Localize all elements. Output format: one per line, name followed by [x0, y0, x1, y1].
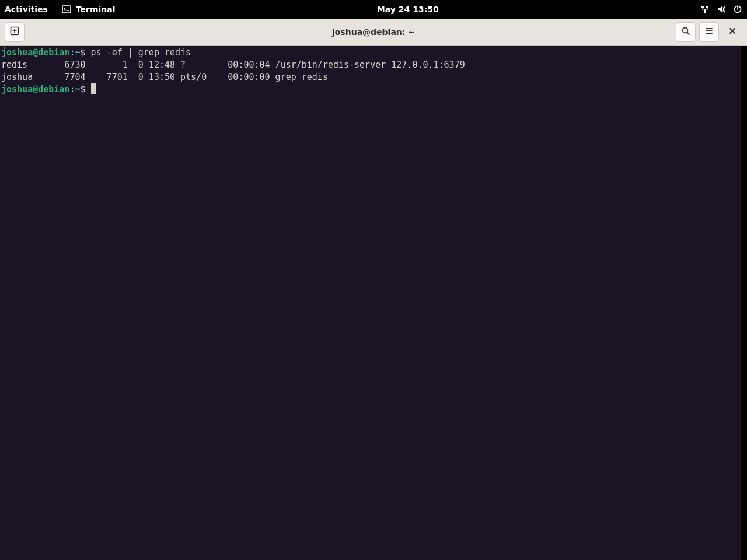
terminal-output-line: joshua 7704 7701 0 13:50 pts/0 00:00:00 … — [1, 71, 740, 83]
topbar-left: Activities Terminal — [5, 5, 116, 14]
svg-rect-1 — [701, 6, 704, 8]
topbar-status-area[interactable] — [700, 5, 742, 14]
headerbar-left — [5, 22, 25, 42]
volume-icon — [717, 5, 726, 14]
svg-rect-3 — [704, 10, 706, 13]
hamburger-icon — [704, 26, 714, 37]
close-window-button[interactable] — [722, 22, 742, 42]
prompt-dollar: $ — [80, 47, 90, 58]
svg-rect-2 — [706, 6, 708, 8]
power-icon — [733, 5, 742, 14]
terminal-prompt-line: joshua@debian:~$ ps -ef | grep redis — [1, 47, 740, 59]
terminal-prompt-line: joshua@debian:~$ — [1, 83, 740, 96]
svg-line-10 — [687, 33, 690, 35]
command-text: ps -ef | grep redis — [91, 47, 191, 58]
prompt-userhost: joshua@debian — [1, 47, 69, 58]
terminal-viewport[interactable]: joshua@debian:~$ ps -ef | grep redisredi… — [0, 46, 741, 560]
current-app-indicator[interactable]: Terminal — [62, 5, 116, 14]
activities-button[interactable]: Activities — [5, 5, 48, 14]
plus-box-icon — [10, 26, 19, 37]
search-button[interactable] — [676, 22, 696, 42]
terminal-output-line: redis 6730 1 0 12:48 ? 00:00:04 /usr/bin… — [1, 59, 740, 71]
new-tab-button[interactable] — [5, 22, 25, 42]
close-icon — [728, 27, 736, 37]
window-headerbar: joshua@debian: ~ — [0, 19, 747, 46]
svg-rect-0 — [62, 6, 71, 13]
current-app-name: Terminal — [76, 5, 116, 14]
network-icon — [700, 5, 710, 14]
headerbar-right — [676, 22, 742, 42]
prompt-dollar: $ — [80, 84, 90, 94]
terminal-cursor — [91, 83, 96, 94]
topbar-clock[interactable]: May 24 13:50 — [116, 5, 700, 14]
gnome-top-panel: Activities Terminal May 24 13:50 — [0, 0, 747, 19]
search-icon — [681, 26, 690, 37]
prompt-userhost: joshua@debian — [1, 84, 69, 94]
terminal-icon — [62, 5, 71, 14]
window-title: joshua@debian: ~ — [0, 27, 747, 37]
hamburger-menu-button[interactable] — [699, 22, 719, 42]
